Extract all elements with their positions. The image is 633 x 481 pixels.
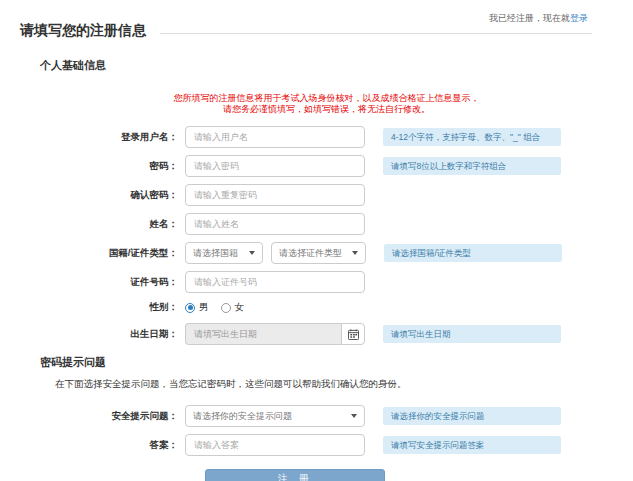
section-password-question-title: 密码提示问题 [40, 355, 633, 370]
calendar-button[interactable] [341, 323, 365, 345]
already-registered-text: 我已经注册，现在就 [489, 13, 570, 23]
id-number-row: 证件号码： [20, 271, 633, 293]
answer-label: 答案： [20, 439, 178, 452]
calendar-icon [348, 329, 359, 340]
nationality-select-value: 请选择国籍 [193, 247, 238, 260]
answer-row: 答案： 请填写安全提示问题答案 [20, 434, 633, 456]
id-type-select[interactable]: 请选择证件类型 [271, 242, 366, 264]
password-row: 密码： 请填写8位以上数字和字符组合 [20, 155, 633, 177]
password-label: 密码： [20, 160, 178, 173]
id-number-input[interactable] [185, 271, 365, 293]
id-type-select-value: 请选择证件类型 [279, 247, 342, 260]
name-input[interactable] [185, 213, 365, 235]
nationality-select[interactable]: 请选择国籍 [185, 242, 263, 264]
nationality-row: 国籍/证件类型： 请选择国籍 请选择证件类型 请选择国籍/证件类型 [20, 242, 633, 264]
name-row: 姓名： [20, 213, 633, 235]
birth-date-hint: 请填写出生日期 [383, 325, 561, 343]
chevron-down-icon [351, 414, 357, 418]
password-input[interactable] [185, 155, 365, 177]
radio-icon [185, 303, 195, 313]
security-question-select-value: 请选择你的安全提示问题 [193, 410, 292, 423]
chevron-down-icon [352, 251, 358, 255]
registration-form: 登录用户名： 4-12个字符，支持字母、数字、"_" 组合 密码： 请填写8位以… [0, 126, 633, 345]
warning-line-1: 您所填写的注册信息将用于考试入场身份核对，以及成绩合格证上信息显示， [20, 93, 633, 104]
nationality-hint: 请选择国籍/证件类型 [384, 244, 562, 262]
gender-radio-group: 男 女 [185, 301, 256, 314]
login-link[interactable]: 登录 [570, 13, 588, 23]
gender-row: 性别： 男 女 [20, 300, 633, 315]
warning-line-2: 请您务必谨慎填写，如填写错误，将无法自行修改。 [20, 104, 633, 115]
password-hint: 请填写8位以上数字和字符组合 [383, 157, 561, 175]
confirm-password-label: 确认密码： [20, 189, 178, 202]
gender-radio-male[interactable]: 男 [185, 301, 209, 314]
registration-page: 我已经注册，现在就登录 请填写您的注册信息 个人基础信息 您所填写的注册信息将用… [0, 0, 633, 481]
security-question-label: 安全提示问题： [20, 410, 178, 423]
answer-hint: 请填写安全提示问题答案 [383, 436, 561, 454]
nationality-label: 国籍/证件类型： [20, 247, 178, 260]
security-question-select[interactable]: 请选择你的安全提示问题 [185, 405, 365, 427]
gender-male-label: 男 [199, 301, 209, 314]
birth-date-label: 出生日期： [20, 328, 178, 341]
chevron-down-icon [249, 251, 255, 255]
already-registered-note: 我已经注册，现在就登录 [489, 12, 588, 25]
gender-label: 性别： [20, 301, 178, 314]
id-number-label: 证件号码： [20, 276, 178, 289]
security-question-row: 安全提示问题： 请选择你的安全提示问题 请选择你的安全提示问题 [20, 405, 633, 427]
gender-radio-female[interactable]: 女 [221, 301, 245, 314]
birth-date-group: 请填写出生日期 [185, 323, 365, 345]
page-title: 请填写您的注册信息 [20, 22, 146, 40]
username-hint: 4-12个字符，支持字母、数字、"_" 组合 [383, 128, 561, 146]
username-row: 登录用户名： 4-12个字符，支持字母、数字、"_" 组合 [20, 126, 633, 148]
birth-date-input[interactable]: 请填写出生日期 [185, 323, 341, 345]
radio-icon [221, 303, 231, 313]
name-label: 姓名： [20, 218, 178, 231]
section-personal-info-title: 个人基础信息 [40, 58, 633, 73]
birth-date-row: 出生日期： 请填写出生日期 [20, 323, 633, 345]
confirm-password-row: 确认密码： [20, 184, 633, 206]
header-divider [160, 33, 592, 34]
section-password-question-subtitle: 在下面选择安全提示问题，当您忘记密码时，这些问题可以帮助我们确认您的身份。 [55, 378, 633, 391]
register-button[interactable]: 注 册 [205, 469, 385, 481]
gender-female-label: 女 [235, 301, 245, 314]
security-question-form: 安全提示问题： 请选择你的安全提示问题 请选择你的安全提示问题 答案： 请填写安… [0, 405, 633, 481]
answer-input[interactable] [185, 434, 365, 456]
security-question-hint: 请选择你的安全提示问题 [383, 407, 561, 425]
registration-warning: 您所填写的注册信息将用于考试入场身份核对，以及成绩合格证上信息显示， 请您务必谨… [0, 93, 633, 115]
confirm-password-input[interactable] [185, 184, 365, 206]
username-label: 登录用户名： [20, 131, 178, 144]
username-input[interactable] [185, 126, 365, 148]
